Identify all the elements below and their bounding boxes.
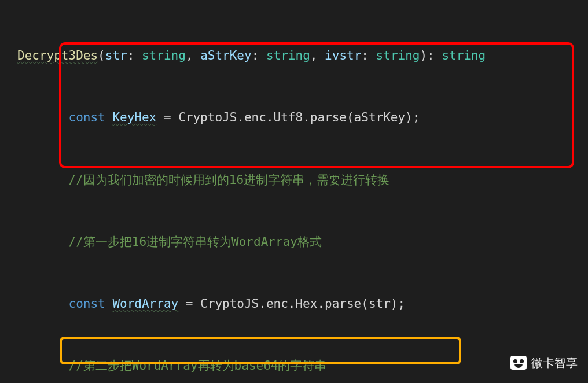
code-line-fn-signature: Decrypt3Des(str: string, aStrKey: string… — [17, 46, 588, 67]
code-line: const KeyHex = CryptoJS.enc.Utf8.parse(a… — [17, 108, 588, 128]
watermark: 微卡智享 — [510, 353, 578, 373]
code-line: const WordArray = CryptoJS.enc.Hex.parse… — [17, 294, 588, 315]
wechat-icon — [510, 356, 527, 370]
watermark-label: 微卡智享 — [531, 353, 578, 373]
code-comment: //第一步把16进制字符串转为WordArray格式 — [17, 232, 588, 253]
code-comment: //因为我们加密的时候用到的16进制字符串，需要进行转换 — [17, 170, 588, 191]
code-comment: //第二步把WordArray再转为base64的字符串 — [17, 356, 588, 377]
code-editor[interactable]: Decrypt3Des(str: string, aStrKey: string… — [0, 0, 588, 383]
